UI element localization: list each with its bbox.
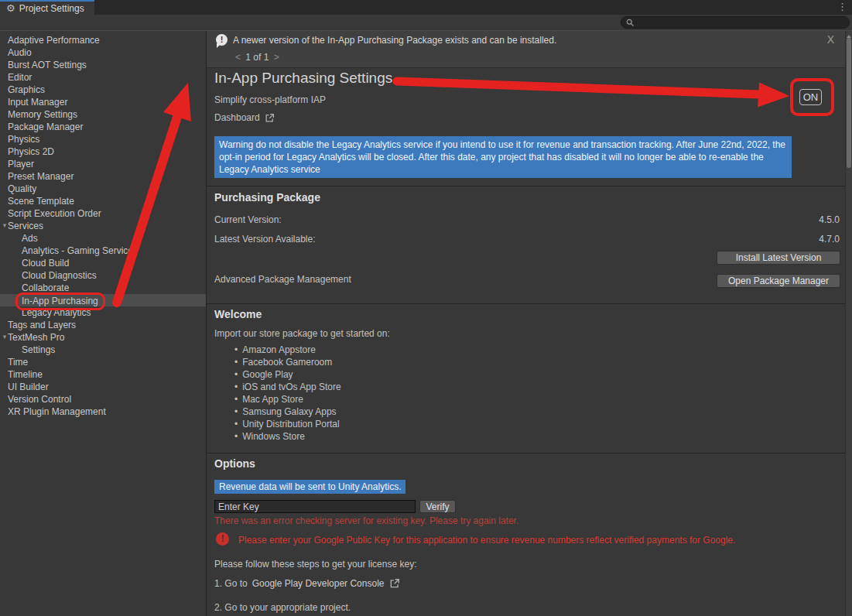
section-divider: [207, 186, 845, 187]
sidebar-item-label: Collaborate: [22, 282, 69, 293]
sidebar-item-textmesh-pro[interactable]: ▼TextMesh Pro: [0, 331, 206, 344]
sidebar-item-label: Scene Template: [8, 196, 74, 207]
store-name: Google Play: [242, 369, 293, 380]
store-list-item: •Google Play: [234, 368, 293, 381]
store-list-item: •Amazon Appstore: [234, 344, 316, 356]
scrollbar-thumb[interactable]: [847, 38, 851, 168]
sidebar-item-script-execution-order[interactable]: Script Execution Order: [0, 207, 206, 220]
pager-prev-icon[interactable]: <: [233, 52, 243, 63]
advanced-package-management-label: Advanced Package Management: [214, 274, 351, 285]
enter-key-input[interactable]: [214, 500, 416, 513]
kebab-menu-icon[interactable]: ⋮: [837, 1, 847, 12]
update-notification-bar: ! A newer version of the In-App Purchasi…: [207, 31, 845, 68]
analytics-revenue-note: Revenue data will be sent to Unity Analy…: [214, 480, 405, 494]
bullet-icon: •: [234, 382, 238, 392]
search-icon: [626, 19, 635, 27]
sidebar-item-cloud-build[interactable]: Cloud Build: [0, 257, 206, 269]
sidebar-item-label: Quality: [8, 183, 36, 194]
sidebar-item-ads[interactable]: Ads: [0, 232, 206, 245]
sidebar-item-label: Input Manager: [8, 97, 67, 108]
sidebar-item-services[interactable]: ▼Services: [0, 220, 206, 232]
sidebar-item-label: Graphics: [8, 84, 45, 95]
dashboard-link[interactable]: Dashboard: [214, 112, 275, 123]
sidebar-item-memory-settings[interactable]: Memory Settings: [0, 108, 206, 121]
expand-triangle-icon[interactable]: ▼: [2, 331, 8, 344]
scroll-up-icon[interactable]: [847, 33, 851, 38]
sidebar-item-label: Player: [8, 159, 34, 169]
page-subtitle: Simplify cross-platform IAP: [214, 94, 326, 105]
store-list-item: •iOS and tvOs App Store: [234, 381, 341, 393]
sidebar-item-timeline[interactable]: Timeline: [0, 368, 206, 381]
sidebar-item-version-control[interactable]: Version Control: [0, 393, 206, 406]
license-steps-intro: Please follow these steps to get your li…: [214, 559, 416, 570]
sidebar-item-graphics[interactable]: Graphics: [0, 84, 206, 96]
pager-next-icon[interactable]: >: [272, 52, 282, 63]
sidebar-item-label: Audio: [8, 47, 32, 58]
bullet-icon: •: [234, 394, 238, 405]
store-name: Facebook Gameroom: [242, 357, 332, 368]
sidebar-item-in-app-purchasing[interactable]: In-App Purchasing: [0, 294, 206, 306]
key-check-error-text: There was an error checking server for e…: [214, 515, 518, 526]
sidebar-item-physics[interactable]: Physics: [0, 133, 206, 145]
sidebar-item-label: UI Builder: [8, 382, 49, 392]
bullet-icon: •: [234, 357, 238, 368]
options-heading: Options: [214, 457, 255, 470]
open-package-manager-button[interactable]: Open Package Manager: [717, 274, 840, 288]
toolbar: [0, 15, 852, 31]
settings-sidebar: Adaptive PerformanceAudioBurst AOT Setti…: [0, 31, 207, 616]
sidebar-item-input-manager[interactable]: Input Manager: [0, 96, 206, 108]
sidebar-item-preset-manager[interactable]: Preset Manager: [0, 170, 206, 183]
sidebar-item-physics-2d[interactable]: Physics 2D: [0, 145, 206, 158]
sidebar-item-adaptive-performance[interactable]: Adaptive Performance: [0, 34, 206, 46]
dashboard-label: Dashboard: [214, 112, 260, 123]
sidebar-item-label: Version Control: [8, 394, 71, 405]
gear-icon: ⚙: [6, 3, 15, 13]
external-link-icon: [265, 113, 275, 123]
store-list-item: •Mac App Store: [234, 393, 303, 406]
sidebar-item-label: TextMesh Pro: [8, 332, 64, 343]
sidebar-item-ui-builder[interactable]: UI Builder: [0, 381, 206, 393]
install-latest-version-button[interactable]: Install Latest Version: [717, 251, 840, 265]
close-icon[interactable]: X: [827, 33, 834, 46]
sidebar-item-quality[interactable]: Quality: [0, 183, 206, 195]
sidebar-item-burst-aot-settings[interactable]: Burst AOT Settings: [0, 59, 206, 71]
iap-enable-toggle[interactable]: ON: [799, 89, 822, 105]
page-title: In-App Purchasing Settings: [214, 70, 392, 87]
sidebar-item-package-manager[interactable]: Package Manager: [0, 121, 206, 133]
sidebar-item-analytics-gaming-services[interactable]: Analytics - Gaming Services: [0, 245, 206, 257]
sidebar-item-xr-plugin-management[interactable]: XR Plugin Management: [0, 406, 206, 418]
notification-pager: < 1 of 1 >: [233, 52, 282, 63]
notification-text: A newer version of the In-App Purchasing…: [233, 35, 556, 46]
latest-version-label: Latest Version Available:: [214, 234, 316, 245]
sidebar-item-tags-and-layers[interactable]: Tags and Layers: [0, 319, 206, 331]
store-name: Mac App Store: [242, 394, 303, 405]
store-name: Windows Store: [242, 431, 305, 442]
sidebar-item-settings[interactable]: Settings: [0, 344, 206, 356]
step1-prefix: 1. Go to: [214, 578, 248, 589]
sidebar-item-player[interactable]: Player: [0, 158, 206, 170]
sidebar-item-scene-template[interactable]: Scene Template: [0, 195, 206, 207]
verify-button[interactable]: Verify: [419, 500, 456, 513]
google-play-console-link[interactable]: Google Play Developer Console: [252, 578, 385, 589]
sidebar-item-time[interactable]: Time: [0, 356, 206, 368]
sidebar-item-audio[interactable]: Audio: [0, 46, 206, 59]
sidebar-item-label: In-App Purchasing: [15, 293, 105, 310]
sidebar-item-cloud-diagnostics[interactable]: Cloud Diagnostics: [0, 269, 206, 282]
error-alert-icon: !: [216, 532, 229, 546]
current-version-value: 4.5.0: [819, 214, 840, 225]
sidebar-item-label: Tags and Layers: [8, 320, 76, 330]
bullet-icon: •: [234, 369, 238, 380]
store-list-item: •Facebook Gameroom: [234, 356, 332, 368]
sidebar-item-label: Time: [8, 357, 28, 368]
sidebar-item-label: Preset Manager: [8, 171, 74, 182]
expand-triangle-icon[interactable]: ▼: [2, 220, 8, 232]
tab-project-settings[interactable]: ⚙ Project Settings: [0, 0, 94, 15]
search-input[interactable]: [621, 16, 850, 29]
bullet-icon: •: [234, 344, 238, 355]
store-name: Samsung Galaxy Apps: [242, 406, 336, 417]
sidebar-item-label: Package Manager: [8, 121, 83, 132]
sidebar-item-editor[interactable]: Editor: [0, 71, 206, 84]
sidebar-item-label: Editor: [8, 72, 32, 83]
store-name: iOS and tvOs App Store: [242, 382, 340, 392]
vertical-scrollbar[interactable]: [845, 31, 852, 616]
